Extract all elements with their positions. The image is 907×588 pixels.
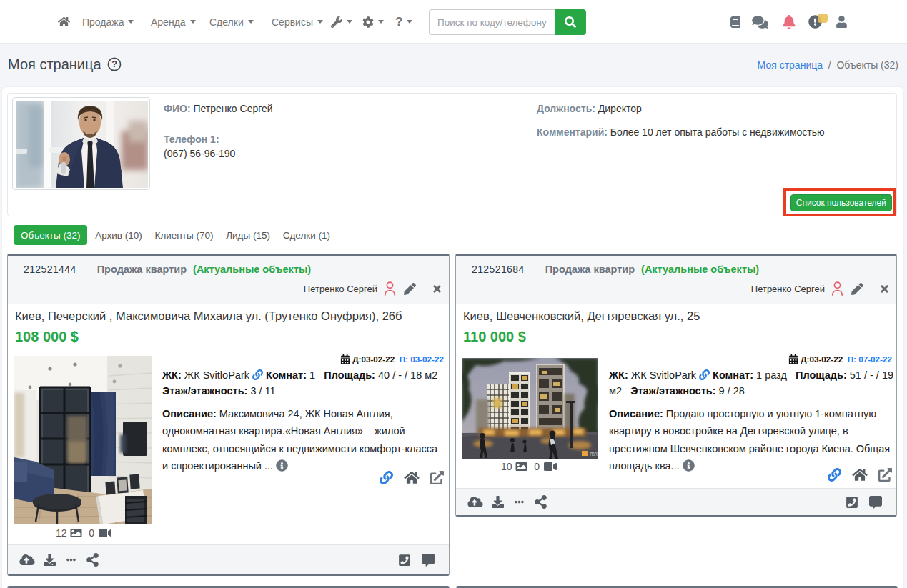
svg-text:ЛУН: ЛУН xyxy=(590,452,598,457)
svg-text:?: ? xyxy=(111,59,117,69)
